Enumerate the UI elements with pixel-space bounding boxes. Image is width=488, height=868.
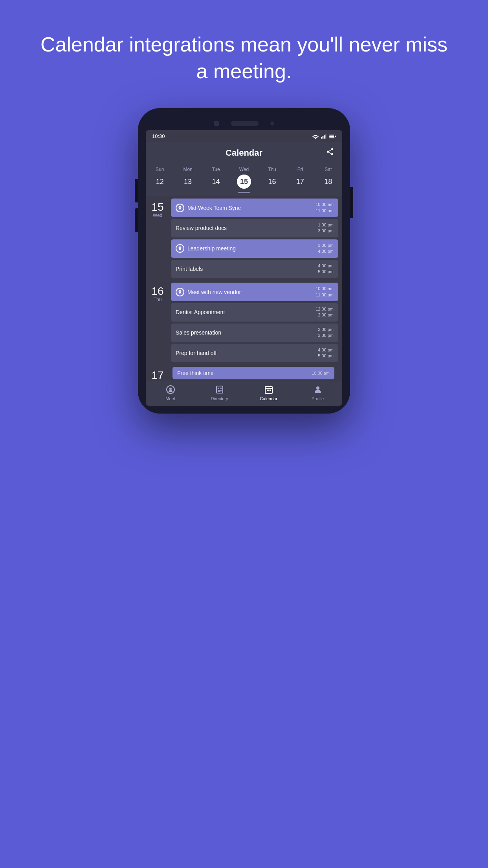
sensor: [270, 121, 274, 125]
event-title-2: Review product docs: [176, 225, 227, 231]
day-col-thu: Thu 16: [258, 167, 286, 189]
svg-rect-2: [323, 136, 324, 138]
nav-meet[interactable]: Meet: [146, 384, 195, 401]
day-label-15: 15 Wed: [146, 196, 169, 280]
day-name-sat: Sat: [325, 167, 332, 172]
event-left-5: Meet with new vendor: [176, 288, 241, 296]
app-header: Calendar: [146, 142, 342, 164]
day-16-name: Thu: [154, 297, 162, 302]
hero-text: Calendar integrations mean you'll never …: [0, 0, 488, 108]
day-name-fri: Fri: [297, 167, 303, 172]
day-num-thu[interactable]: 16: [265, 175, 279, 189]
svg-point-9: [169, 388, 172, 390]
day-col-mon: Mon 13: [174, 167, 202, 189]
event-title-5: Meet with new vendor: [187, 289, 241, 295]
day-name-tue: Tue: [212, 167, 220, 172]
day-name-thu: Thu: [268, 167, 276, 172]
day-num-fri[interactable]: 17: [293, 175, 307, 189]
nav-directory[interactable]: Directory: [195, 384, 244, 401]
svg-rect-6: [335, 136, 336, 137]
speaker-grill: [231, 121, 259, 126]
day-15-name: Wed: [153, 213, 162, 218]
svg-rect-7: [329, 135, 334, 137]
day-name-mon: Mon: [183, 167, 192, 172]
event-title-1: Mid-Week Team Sync: [187, 205, 241, 211]
nav-calendar-label: Calendar: [260, 396, 277, 401]
event-time-7: 3:00 pm3:30 pm: [318, 327, 334, 339]
day-section-17: 17 Free think time 10:00 am: [146, 364, 342, 381]
day-17-num: 17: [151, 370, 163, 381]
svg-rect-4: [325, 134, 327, 139]
meet-icon-2: [176, 244, 184, 253]
event-left-2: Review product docs: [176, 225, 227, 231]
event-left-4: Print labels: [176, 266, 203, 272]
event-left-9: Free think time: [177, 370, 214, 376]
svg-rect-22: [270, 390, 271, 391]
day-num-wed[interactable]: 15: [237, 175, 251, 189]
event-title-9: Free think time: [177, 370, 214, 376]
status-time: 10:30: [152, 133, 165, 139]
share-button[interactable]: [326, 147, 334, 158]
day-num-mon[interactable]: 13: [181, 175, 195, 189]
event-time-6: 12:00 pm2:00 pm: [316, 306, 334, 318]
event-time-8: 4:00 pm5:00 pm: [318, 347, 334, 359]
day-col-fri: Fri 17: [286, 167, 314, 189]
event-mid-week-team-sync[interactable]: Mid-Week Team Sync 10:00 am11:00 am: [171, 199, 338, 217]
event-leadership-meeting[interactable]: Leadership meeting 3:00 pm4:00 pm: [171, 239, 338, 258]
event-print-labels[interactable]: Print labels 4:00 pm5:00 pm: [171, 260, 338, 278]
battery-icon: [329, 134, 336, 139]
day-num-sat[interactable]: 18: [321, 175, 335, 189]
svg-point-23: [316, 386, 319, 390]
signal-icon: [321, 134, 327, 139]
app-title: Calendar: [226, 148, 262, 158]
svg-rect-1: [321, 137, 322, 138]
day-num-tue[interactable]: 14: [209, 175, 223, 189]
event-time-4: 4:00 pm5:00 pm: [318, 263, 334, 275]
nav-profile-label: Profile: [312, 396, 324, 401]
event-meet-vendor[interactable]: Meet with new vendor 10:00 am11:00 am: [171, 283, 338, 301]
phone-shell: 10:30: [138, 108, 350, 414]
event-title-7: Sales presentation: [176, 329, 221, 336]
svg-rect-10: [216, 386, 223, 393]
calendar-nav-icon: [264, 384, 274, 395]
day-col-tue: Tue 14: [202, 167, 230, 189]
svg-rect-21: [268, 390, 270, 391]
day-label-16: 16 Thu: [146, 280, 169, 364]
nav-calendar[interactable]: Calendar: [244, 384, 293, 401]
week-header: Sun 12 Mon 13 Tue 14 Wed 15 Thu 16 Fri 1…: [146, 164, 342, 190]
day-section-16: 16 Thu Meet with new vendor 10:00 am11:0…: [146, 280, 342, 364]
day-15-num: 15: [151, 202, 163, 213]
event-sales-presentation[interactable]: Sales presentation 3:00 pm3:30 pm: [171, 324, 338, 342]
svg-point-0: [315, 138, 316, 138]
calendar-body: 15 Wed Mid-Week Team Sync 10:00 am11:00 …: [146, 196, 342, 381]
bottom-nav: Meet Directory: [146, 381, 342, 406]
profile-nav-icon: [313, 384, 323, 395]
event-dentist[interactable]: Dentist Appointment 12:00 pm2:00 pm: [171, 303, 338, 322]
svg-point-11: [218, 388, 219, 389]
event-title-8: Prep for hand off: [176, 350, 216, 356]
meet-icon-3: [176, 288, 184, 296]
power-button: [350, 187, 353, 218]
day-col-wed: Wed 15: [230, 167, 258, 189]
day-16-num: 16: [151, 286, 163, 297]
event-title-6: Dentist Appointment: [176, 309, 225, 315]
day-num-sun[interactable]: 12: [153, 175, 167, 189]
day-name-sun: Sun: [156, 167, 164, 172]
day-name-wed: Wed: [239, 167, 249, 172]
event-left: Mid-Week Team Sync: [176, 204, 241, 212]
wifi-icon: [312, 134, 319, 139]
events-list-16: Meet with new vendor 10:00 am11:00 am De…: [169, 280, 342, 364]
event-free-think-time[interactable]: Free think time 10:00 am: [172, 367, 334, 379]
event-review-product-docs[interactable]: Review product docs 1:00 pm3:00 pm: [171, 219, 338, 237]
event-title-3: Leadership meeting: [187, 245, 236, 252]
event-time-2: 1:00 pm3:00 pm: [318, 222, 334, 234]
status-icons: [312, 134, 336, 139]
svg-rect-20: [267, 390, 268, 391]
phone-top-bar: [146, 116, 342, 130]
week-indicator: [146, 190, 342, 196]
nav-profile[interactable]: Profile: [293, 384, 342, 401]
event-prep-handoff[interactable]: Prep for hand off 4:00 pm5:00 pm: [171, 344, 338, 362]
volume-button-down: [135, 208, 138, 232]
volume-button-up: [135, 179, 138, 202]
event-time-5: 10:00 am11:00 am: [316, 286, 334, 298]
